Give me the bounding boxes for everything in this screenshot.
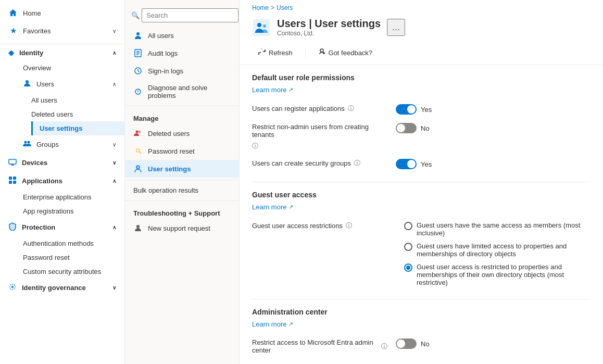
svg-point-17 xyxy=(136,149,140,152)
users-nav-label: Users xyxy=(36,80,54,88)
radio-circle-3 xyxy=(404,263,412,272)
register-apps-toggle[interactable] xyxy=(396,104,417,115)
more-options-button[interactable]: ... xyxy=(387,19,405,36)
register-apps-control: Yes xyxy=(396,104,432,115)
identity-icon: ◆ xyxy=(8,48,14,57)
sidebar-item-users-expandable[interactable]: Users ∧ xyxy=(23,75,124,93)
sidebar-section-protection[interactable]: Protection ∧ xyxy=(0,218,124,236)
restrict-entra-toggle[interactable] xyxy=(396,338,417,349)
guest-access-learn-more[interactable]: Learn more ↗ xyxy=(252,203,591,211)
sidebar-section-identity-governance[interactable]: Identity governance ∨ xyxy=(0,279,124,297)
guest-access-option-2[interactable]: Guest users have limited access to prope… xyxy=(404,242,591,258)
create-security-value: Yes xyxy=(421,160,432,168)
page-header-icon xyxy=(252,18,271,37)
breadcrumb-home[interactable]: Home xyxy=(252,4,269,11)
all-users-icon xyxy=(133,31,143,40)
devices-chevron: ∨ xyxy=(112,160,116,166)
sidebar-home-label: Home xyxy=(23,9,41,17)
refresh-button[interactable]: Refresh xyxy=(252,45,299,60)
admin-center-learn-more[interactable]: Learn more ↗ xyxy=(252,320,591,328)
svg-point-2 xyxy=(28,141,30,144)
middle-item-diagnose[interactable]: Diagnose and solve problems xyxy=(125,80,239,104)
middle-item-bulk[interactable]: Bulk operation results xyxy=(125,182,239,198)
sidebar-section-identity[interactable]: ◆ Identity ∧ xyxy=(0,44,124,61)
search-input[interactable] xyxy=(142,8,238,22)
svg-point-16 xyxy=(139,131,141,133)
guest-access-restrictions-label: Guest user access restrictions ⓘ xyxy=(252,221,387,230)
create-security-label: Users can create security groups ⓘ xyxy=(252,159,387,168)
sidebar-item-overview[interactable]: Overview xyxy=(23,61,124,75)
bulk-label: Bulk operation results xyxy=(133,186,198,194)
content-area: Default user role permissions Learn more… xyxy=(240,65,603,364)
sidebar-section-devices[interactable]: Devices ∨ xyxy=(0,154,124,172)
sidebar-favorites-label: Favorites xyxy=(23,27,51,35)
favorites-chevron: ∨ xyxy=(112,28,116,34)
sidebar-item-groups[interactable]: Groups ∨ xyxy=(23,135,124,154)
register-apps-info[interactable]: ⓘ xyxy=(348,104,354,113)
enterprise-apps-label: Enterprise applications xyxy=(23,193,92,201)
users-children: All users Deleted users User settings xyxy=(23,93,124,135)
restrict-entra-control: No xyxy=(396,338,430,349)
restrict-non-admin-toggle[interactable] xyxy=(396,123,417,133)
middle-item-sign-in-logs[interactable]: Sign-in logs xyxy=(125,62,239,80)
breadcrumb-users[interactable]: Users xyxy=(277,4,293,11)
sidebar-item-app-reg[interactable]: App registrations xyxy=(23,204,124,218)
sidebar-item-auth-methods[interactable]: Authentication methods xyxy=(23,236,124,250)
create-security-info[interactable]: ⓘ xyxy=(354,159,360,168)
svg-rect-7 xyxy=(13,181,16,184)
register-apps-label: Users can register applications ⓘ xyxy=(252,104,387,113)
troubleshoot-section-label: Troubleshooting + Support xyxy=(125,203,239,219)
audit-logs-mid-label: Audit logs xyxy=(148,49,178,57)
restrict-non-admin-info[interactable]: ⓘ xyxy=(252,142,258,150)
create-security-toggle[interactable] xyxy=(396,159,417,169)
admin-center-title: Administration center xyxy=(252,308,591,316)
sidebar-identity-label: Identity xyxy=(19,49,43,57)
breadcrumb-separator: > xyxy=(271,4,274,11)
middle-item-password-reset[interactable]: Password reset xyxy=(125,142,239,160)
radio-circle-2 xyxy=(404,243,412,251)
guest-access-option-3[interactable]: Guest user access is restricted to prope… xyxy=(404,263,591,286)
svg-point-9 xyxy=(136,32,140,35)
sidebar-item-all-users[interactable]: All users xyxy=(31,93,124,107)
sidebar-item-enterprise-apps[interactable]: Enterprise applications xyxy=(23,190,124,204)
guest-access-option-1[interactable]: Guest users have the same access as memb… xyxy=(404,221,591,237)
sidebar-item-password-reset[interactable]: Password reset xyxy=(23,250,124,265)
sign-in-logs-mid-label: Sign-in logs xyxy=(148,67,183,75)
sidebar-item-user-settings[interactable]: User settings xyxy=(31,121,124,135)
guest-access-info[interactable]: ⓘ xyxy=(346,221,352,230)
applications-subitems: Enterprise applications App registration… xyxy=(0,190,124,218)
manage-section-label: Manage xyxy=(125,108,239,124)
middle-item-audit-logs[interactable]: Audit logs xyxy=(125,44,239,62)
sidebar-item-custom-security[interactable]: Custom security attributes xyxy=(23,265,124,279)
middle-item-deleted-users[interactable]: Deleted users xyxy=(125,124,239,142)
home-icon xyxy=(8,8,18,18)
middle-item-user-settings[interactable]: User settings xyxy=(125,160,239,178)
applications-icon xyxy=(8,176,17,186)
middle-item-new-support[interactable]: New support request xyxy=(125,219,239,237)
svg-point-21 xyxy=(137,167,139,168)
sidebar-item-favorites[interactable]: ★ Favorites ∨ xyxy=(0,22,124,40)
sign-in-logs-icon xyxy=(133,66,143,76)
sidebar-item-home[interactable]: Home xyxy=(0,4,124,22)
manage-divider xyxy=(125,106,239,106)
register-apps-value: Yes xyxy=(421,106,432,114)
restrict-non-admin-control: No xyxy=(396,123,430,133)
svg-point-24 xyxy=(257,23,261,27)
learn-more-icon-2: ↗ xyxy=(288,204,293,210)
users-nav-icon xyxy=(23,79,31,89)
sidebar-item-deleted-users[interactable]: Deleted users xyxy=(31,107,124,121)
favorites-icon: ★ xyxy=(8,26,18,35)
svg-rect-6 xyxy=(9,181,12,184)
applications-chevron: ∧ xyxy=(112,178,116,184)
middle-item-all-users[interactable]: All users xyxy=(125,27,239,44)
user-settings-mid-icon xyxy=(133,164,143,173)
default-role-title: Default user role permissions xyxy=(252,73,591,82)
default-role-learn-more[interactable]: Learn more ↗ xyxy=(252,86,591,94)
groups-chevron: ∨ xyxy=(112,142,116,147)
restrict-entra-info[interactable]: ⓘ xyxy=(381,342,387,351)
sidebar-section-applications[interactable]: Applications ∧ xyxy=(0,172,124,190)
sidebar-devices-label: Devices xyxy=(22,159,47,167)
devices-icon xyxy=(8,158,17,168)
feedback-button[interactable]: Got feedback? xyxy=(312,45,379,60)
deleted-users-mid-icon xyxy=(133,129,143,138)
